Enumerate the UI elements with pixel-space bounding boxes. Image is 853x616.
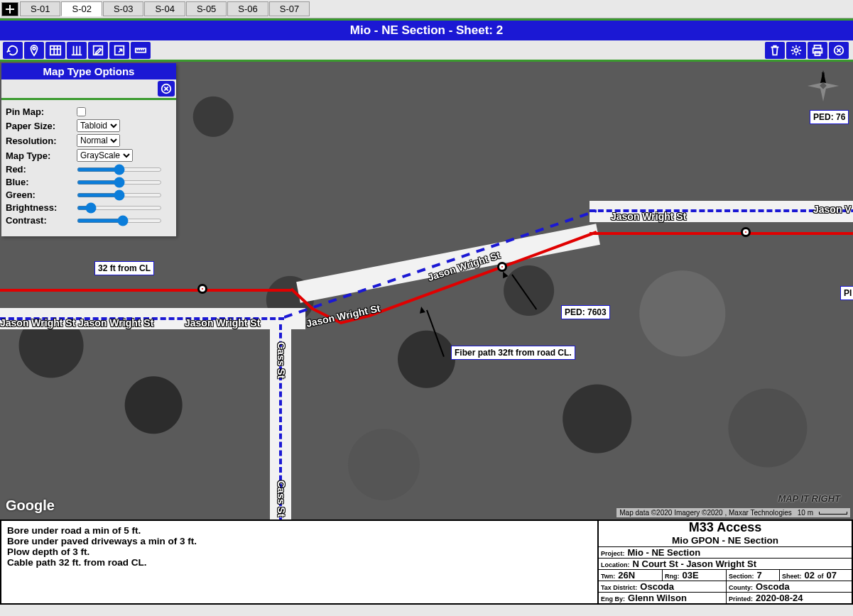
svg-rect-3 bbox=[50, 45, 60, 55]
svg-text:N: N bbox=[822, 72, 825, 77]
note-line: Bore under paved driveways a min of 3 ft… bbox=[7, 536, 592, 546]
tab-s01[interactable]: S-01 bbox=[20, 1, 60, 16]
tab-s05[interactable]: S-05 bbox=[186, 1, 227, 16]
field-value: Mio - NE Section bbox=[628, 547, 701, 558]
street-label: Jason Wright St bbox=[78, 317, 153, 329]
map-canvas[interactable]: Jason Wright St Jason Wright St Jason Wr… bbox=[0, 62, 853, 519]
map-type-label: Map Type: bbox=[6, 150, 77, 161]
field-label: Twn: bbox=[601, 573, 615, 580]
note-line: Cable path 32 ft. from road CL. bbox=[7, 557, 592, 568]
table-button[interactable] bbox=[45, 42, 65, 59]
fiber-path bbox=[590, 232, 853, 235]
callout-fiber-note: Fiber path 32ft from road CL. bbox=[451, 346, 575, 360]
field-value: N Court St - Jason Wright St bbox=[633, 559, 757, 569]
field-value: 26N bbox=[618, 570, 635, 581]
field-label: Printed: bbox=[729, 595, 753, 603]
map-marker-button[interactable] bbox=[24, 42, 44, 59]
page-title: Mio - NE Section - Sheet: 2 bbox=[0, 18, 853, 40]
map-attribution: Map data ©2020 Imagery ©2020 , Maxar Tec… bbox=[616, 508, 850, 517]
street-label: Cass St bbox=[276, 342, 287, 378]
titleblock-h1: M33 Access bbox=[599, 521, 852, 535]
field-value: Oscoda bbox=[640, 581, 674, 592]
brightness-label: Brightness: bbox=[6, 202, 77, 213]
paper-size-label: Paper Size: bbox=[6, 121, 77, 131]
blue-slider[interactable] bbox=[77, 180, 162, 185]
street-label: Jason Wright St bbox=[0, 317, 75, 329]
paper-size-select[interactable]: Tabloid bbox=[77, 119, 120, 132]
brightness-slider[interactable] bbox=[77, 206, 162, 210]
note-line: Plow depth of 3 ft. bbox=[7, 546, 592, 557]
settings-button[interactable] bbox=[786, 42, 806, 59]
fiber-node[interactable] bbox=[197, 284, 207, 294]
panel-close-button[interactable] bbox=[158, 81, 175, 97]
field-value: 02 bbox=[805, 570, 815, 581]
refresh-button[interactable] bbox=[3, 42, 23, 59]
map-type-select[interactable]: GrayScale bbox=[77, 149, 133, 162]
resolution-select[interactable]: Normal bbox=[77, 134, 120, 147]
field-value: 7 bbox=[757, 570, 762, 581]
columns-button[interactable] bbox=[67, 42, 87, 59]
field-label: Location: bbox=[601, 561, 630, 568]
note-line: Bore under road a min of 5 ft. bbox=[7, 525, 592, 536]
edit-button[interactable] bbox=[88, 42, 108, 59]
field-value: Glenn Wilson bbox=[628, 593, 687, 603]
engineering-notes: Bore under road a min of 5 ft. Bore unde… bbox=[1, 521, 599, 603]
field-label: of bbox=[817, 573, 824, 580]
export-button[interactable] bbox=[109, 42, 129, 59]
resolution-label: Resolution: bbox=[6, 136, 77, 146]
callout-ped-b: PED: 7603 bbox=[561, 305, 610, 319]
google-logo: Google bbox=[6, 497, 55, 514]
field-value: 03E bbox=[683, 570, 699, 581]
scale-text: 10 m bbox=[798, 509, 813, 517]
green-slider[interactable] bbox=[77, 193, 162, 197]
tab-s02[interactable]: S-02 bbox=[61, 1, 102, 16]
field-value: 07 bbox=[826, 570, 836, 581]
add-sheet-button[interactable] bbox=[1, 2, 18, 16]
street-label: Cass St bbox=[276, 480, 287, 517]
field-label: Rng: bbox=[665, 573, 680, 580]
callout-cl-note: 32 ft from CL bbox=[94, 261, 154, 275]
print-button[interactable] bbox=[808, 42, 827, 59]
attribution-text: Map data ©2020 Imagery ©2020 , Maxar Tec… bbox=[619, 509, 791, 517]
street-label: Jason Wright St bbox=[611, 211, 686, 222]
contrast-slider[interactable] bbox=[77, 219, 162, 223]
field-label: Section: bbox=[729, 573, 754, 580]
arrowhead-icon bbox=[418, 306, 425, 313]
titleblock-h2: Mio GPON - NE Section bbox=[599, 535, 852, 547]
sheet-footer: Bore under road a min of 5 ft. Bore unde… bbox=[0, 519, 853, 605]
field-label: County: bbox=[729, 584, 753, 591]
svg-point-2 bbox=[33, 47, 36, 50]
tab-s06[interactable]: S-06 bbox=[227, 1, 268, 16]
fiber-path bbox=[0, 289, 291, 292]
street-label: Jason V bbox=[813, 204, 852, 215]
callout-ped-a: PED: 76 bbox=[810, 110, 849, 124]
pin-map-checkbox[interactable] bbox=[77, 107, 86, 116]
tab-s07[interactable]: S-07 bbox=[269, 1, 310, 16]
street-label: Jason Wright St bbox=[185, 317, 260, 329]
title-block: M33 Access Mio GPON - NE Section Project… bbox=[599, 521, 852, 603]
field-label: Eng By: bbox=[601, 595, 625, 603]
red-label: Red: bbox=[6, 164, 77, 175]
tab-s04[interactable]: S-04 bbox=[144, 1, 185, 16]
map-options-panel: Map Type Options Pin Map: Paper Size: Ta… bbox=[1, 63, 176, 236]
svg-point-18 bbox=[794, 48, 798, 52]
trash-button[interactable] bbox=[765, 42, 785, 59]
scalebar-icon bbox=[819, 512, 847, 515]
green-label: Green: bbox=[6, 189, 77, 200]
tab-s03[interactable]: S-03 bbox=[103, 1, 143, 16]
callout-pi: PI bbox=[840, 286, 853, 300]
close-button[interactable] bbox=[829, 42, 849, 59]
ruler-button[interactable] bbox=[131, 42, 151, 59]
panel-title: Map Type Options bbox=[1, 63, 176, 79]
field-label: Sheet: bbox=[782, 573, 802, 580]
field-label: Project: bbox=[601, 550, 625, 557]
red-slider[interactable] bbox=[77, 167, 162, 172]
field-value: Oscoda bbox=[756, 581, 790, 592]
field-label: Tax District: bbox=[601, 584, 637, 591]
svg-rect-1 bbox=[6, 9, 14, 10]
pin-map-label: Pin Map: bbox=[6, 106, 77, 117]
vendor-logo: MAP IT RIGHT bbox=[778, 493, 840, 504]
fiber-node[interactable] bbox=[741, 227, 751, 237]
blue-label: Blue: bbox=[6, 177, 77, 187]
sheet-tabstrip: S-01 S-02 S-03 S-04 S-05 S-06 S-07 bbox=[0, 0, 853, 18]
